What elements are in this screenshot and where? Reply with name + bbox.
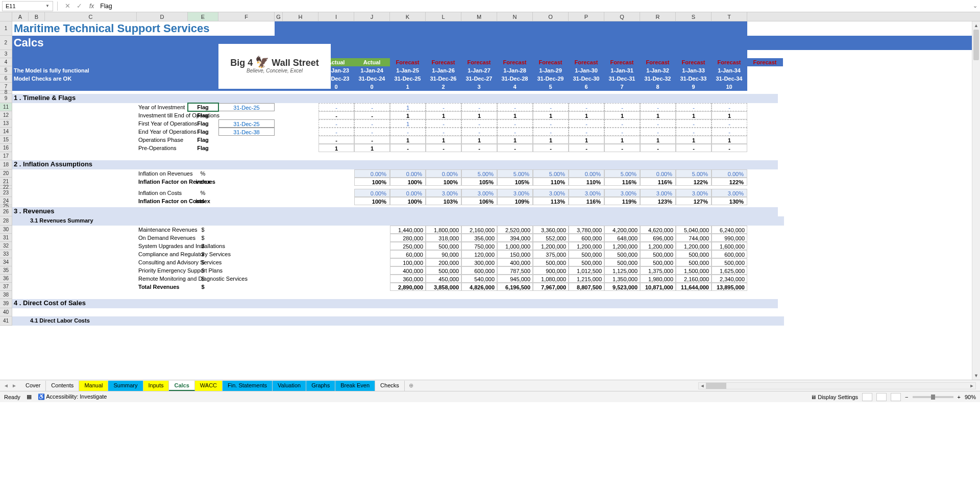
cell[interactable] [676,291,712,299]
cell[interactable]: 3.00% [533,189,569,197]
cell[interactable] [45,83,137,91]
cell[interactable] [426,308,461,316]
cell[interactable] [12,136,29,144]
cell[interactable] [390,152,426,160]
cell[interactable]: 1 [390,111,426,119]
cell[interactable] [12,226,29,234]
horizontal-scrollbar[interactable]: ◄ ► [698,382,976,389]
cell[interactable]: 13,895,000 [712,283,747,291]
cell[interactable] [29,83,45,91]
cell[interactable] [275,275,283,283]
row-header[interactable]: 13 [0,119,12,128]
cell[interactable] [354,266,390,275]
cell[interactable]: - [569,119,604,128]
cell[interactable]: 1 [461,111,497,119]
cell[interactable] [12,189,29,197]
col-header-P[interactable]: P [569,12,604,21]
cell[interactable]: 9,523,000 [604,283,640,291]
confirm-icon[interactable]: ✓ [77,2,82,10]
cell[interactable] [318,308,354,316]
cell[interactable] [45,152,137,160]
cell[interactable] [569,21,604,36]
cell[interactable]: Compliance and Regulatory Services [137,250,188,258]
cell[interactable] [45,169,137,178]
cell[interactable]: 4,200,000 [604,226,640,234]
cell[interactable]: Forecast [569,58,604,66]
cell[interactable]: 90,000 [426,250,461,258]
cell[interactable]: 3.00% [569,189,604,197]
cell[interactable]: - [318,111,354,119]
cell[interactable]: 4 . Direct Cost of Sales [12,299,778,308]
cell[interactable]: 31-Dec-30 [569,75,604,83]
cell[interactable]: 648,000 [604,234,640,242]
col-header-L[interactable]: L [426,12,461,21]
cell[interactable]: - [712,128,747,136]
cell[interactable]: 1-Jan-33 [676,66,712,75]
cell[interactable] [12,103,29,111]
row-header[interactable]: 30 [0,226,12,234]
cell[interactable] [522,36,557,50]
cell[interactable] [12,258,29,266]
cell[interactable]: - [533,119,569,128]
cell[interactable]: Forecast [461,58,497,66]
row-header[interactable]: 12 [0,111,12,119]
row-header[interactable]: 18 [0,160,12,169]
cell[interactable]: 100,000 [390,258,426,266]
sheet-tab-contents[interactable]: Contents [46,381,79,391]
cell[interactable]: 113% [533,197,569,205]
col-header-C[interactable]: C [45,12,137,21]
cell[interactable]: 0.00% [569,169,604,178]
cell[interactable]: 6,196,500 [497,283,533,291]
cell[interactable] [428,36,458,50]
cell[interactable]: Forecast [533,58,569,66]
sheet-tab-inputs[interactable]: Inputs [143,381,169,391]
cell[interactable] [12,58,29,66]
cell[interactable] [283,226,318,234]
cell[interactable]: 450,000 [426,275,461,283]
cell[interactable] [604,21,640,36]
macro-icon[interactable]: ▦ [27,393,32,400]
cell[interactable]: 3.00% [604,189,640,197]
cell[interactable]: - [426,144,461,152]
cell[interactable]: - [461,119,497,128]
cell[interactable] [29,152,45,160]
cell[interactable] [275,189,283,197]
cell[interactable]: 2,340,000 [712,275,747,283]
col-header-D[interactable]: D [137,12,188,21]
cell[interactable] [569,291,604,299]
cell[interactable]: 1,200,000 [640,242,676,250]
col-header-N[interactable]: N [497,12,533,21]
cell[interactable] [188,75,218,83]
cell[interactable]: 123% [640,197,676,205]
cell[interactable] [275,152,283,160]
row-header[interactable]: 33 [0,250,12,258]
cell[interactable] [218,197,275,205]
cell[interactable]: 1,375,000 [640,266,676,275]
cell[interactable]: 500,000 [604,250,640,258]
cell[interactable] [12,250,29,258]
cell[interactable] [137,308,188,316]
cell[interactable]: - [497,103,533,111]
cell[interactable]: 3.00% [461,189,497,197]
cell[interactable]: 1 [604,111,640,119]
cell[interactable]: 1 [533,136,569,144]
cell[interactable]: - [318,136,354,144]
cell[interactable] [275,250,283,258]
cell[interactable]: 500,000 [640,250,676,258]
cell[interactable]: 500,000 [569,250,604,258]
page-layout-view-icon[interactable] [876,393,887,401]
cell[interactable]: - [604,128,640,136]
cell[interactable] [29,234,45,242]
cell[interactable]: 600,000 [712,250,747,258]
row-header[interactable]: 6 [0,75,12,83]
cell[interactable] [640,50,676,58]
sheet-tab-checks[interactable]: Checks [375,381,405,391]
cell[interactable] [275,242,283,250]
cell[interactable]: % [188,169,218,178]
cell[interactable] [712,152,747,160]
cell[interactable] [283,103,318,111]
cell[interactable] [533,308,569,316]
cell[interactable]: 5.00% [604,169,640,178]
cell[interactable]: 375,000 [533,250,569,258]
cell[interactable] [533,291,569,299]
